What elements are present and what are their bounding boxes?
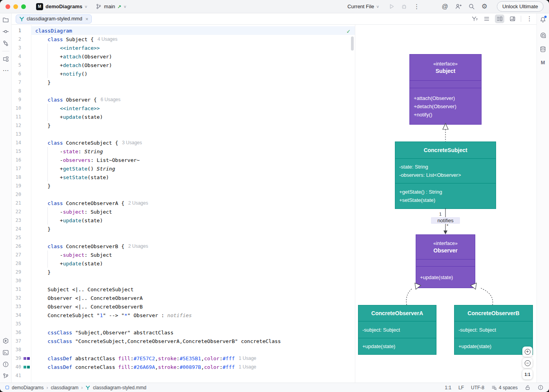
indent-widget[interactable]: 4 spaces bbox=[491, 385, 518, 390]
more-actions-button[interactable]: ⋮ bbox=[413, 4, 420, 10]
uml-class-Observer[interactable]: «interface»Observer+update(state) bbox=[416, 234, 475, 288]
usage-hint[interactable]: 3 Usages bbox=[122, 140, 142, 145]
code-line[interactable]: 41 bbox=[12, 371, 355, 380]
code-line[interactable]: 2 class Subject {4 Usages bbox=[12, 35, 355, 44]
code-line[interactable]: 18 +setState(state) bbox=[12, 173, 355, 181]
usage-hint[interactable]: 6 Usages bbox=[101, 97, 121, 102]
structure-icon[interactable] bbox=[2, 56, 9, 62]
code-line[interactable]: 3 <<interface>> bbox=[12, 44, 355, 52]
code-line[interactable]: 29 } bbox=[12, 268, 355, 276]
code-line[interactable]: 16 -observers: List~Observer~ bbox=[12, 156, 355, 164]
uml-class-ConcreteObserverB[interactable]: ConcreteObserverB-subject: Subject+updat… bbox=[454, 305, 533, 355]
usage-hint[interactable]: 1 Usage bbox=[239, 356, 256, 361]
uml-class-Subject[interactable]: «interface»Subject+attach(Observer)+deta… bbox=[409, 54, 482, 125]
code-line[interactable]: 6 +notify() bbox=[12, 69, 355, 78]
close-window-icon[interactable] bbox=[5, 4, 10, 9]
code-line[interactable]: 22 -subject: Subject bbox=[12, 207, 355, 216]
debug-button[interactable] bbox=[401, 3, 407, 10]
usage-hint[interactable]: 4 Usages bbox=[98, 36, 118, 42]
code-line[interactable]: 8 bbox=[12, 87, 355, 95]
diagram-preview[interactable]: «interface»Subject+attach(Observer)+deta… bbox=[355, 25, 536, 383]
usage-hint[interactable]: 2 Usages bbox=[128, 243, 148, 249]
uml-class-ConcreteObserverA[interactable]: ConcreteObserverA-subject: Subject+updat… bbox=[358, 305, 436, 355]
code-line[interactable]: 15 -state: String bbox=[12, 147, 355, 156]
code-line[interactable]: 36 cssClass "Subject,Observer" abstractC… bbox=[12, 328, 355, 337]
project-widget[interactable]: M demoDiagrams ˅ bbox=[36, 3, 87, 10]
uml-class-ConcreteSubject[interactable]: ConcreteSubject-state: String-observers:… bbox=[395, 142, 496, 209]
unlock-ultimate-button[interactable]: Unlock Ultimate bbox=[497, 1, 544, 12]
problems-icon[interactable] bbox=[2, 361, 9, 368]
color-swatch[interactable] bbox=[24, 366, 26, 368]
breadcrumb-folder[interactable]: classdiagram bbox=[51, 385, 78, 390]
code-line[interactable]: 37 cssClass "ConcreteSubject,ConcreteObs… bbox=[12, 337, 355, 345]
color-swatch[interactable] bbox=[27, 366, 30, 368]
more-tool-windows-icon[interactable]: ⋯ bbox=[3, 67, 9, 74]
file-encoding[interactable]: UTF-8 bbox=[471, 385, 484, 390]
code-line[interactable]: 25 bbox=[12, 233, 355, 242]
notifications-button[interactable] bbox=[540, 16, 546, 25]
caret-position[interactable]: 1:1 bbox=[445, 385, 451, 390]
maven-icon[interactable]: M bbox=[541, 60, 545, 65]
code-line[interactable]: 10 <<interface>> bbox=[12, 104, 355, 113]
code-line[interactable]: 13 bbox=[12, 130, 355, 138]
breadcrumb-project[interactable]: demoDiagrams bbox=[12, 385, 44, 390]
terminal-icon[interactable] bbox=[2, 349, 9, 356]
code-line[interactable]: 23 +update(state) bbox=[12, 216, 355, 225]
code-line[interactable]: 28 +update(state) bbox=[12, 259, 355, 268]
zoom-in-button[interactable]: + bbox=[522, 347, 533, 357]
zoom-reset-button[interactable]: 1:1 bbox=[522, 369, 533, 379]
preview-only-icon[interactable] bbox=[509, 16, 516, 22]
window-controls[interactable] bbox=[5, 4, 26, 9]
code-line[interactable]: 11 +update(state) bbox=[12, 113, 355, 121]
tab-close-icon[interactable]: × bbox=[85, 16, 89, 22]
git-graph-icon[interactable] bbox=[2, 40, 9, 47]
code-line[interactable]: 21 class ConcreteObserverA {2 Usages bbox=[12, 199, 355, 207]
code-line[interactable]: 19 } bbox=[12, 181, 355, 190]
code-line[interactable]: 26 class ConcreteObserverB {2 Usages bbox=[12, 242, 355, 250]
code-line[interactable]: 17 +getState() String bbox=[12, 164, 355, 173]
ai-assistant-button[interactable]: @ bbox=[442, 4, 448, 10]
version-control-icon[interactable] bbox=[2, 373, 9, 379]
code-line[interactable]: 9 class Observer {6 Usages bbox=[12, 95, 355, 104]
color-swatch[interactable] bbox=[27, 357, 30, 360]
breadcrumb-file[interactable]: classdiagram-styled.mmd bbox=[93, 385, 146, 390]
code-line[interactable]: 20 bbox=[12, 190, 355, 199]
code-line[interactable]: 32 Observer <|.. ConcreteObserverA bbox=[12, 294, 355, 302]
code-line[interactable]: 1classDiagram bbox=[12, 26, 355, 35]
editor-more-button[interactable]: ⋮ bbox=[526, 16, 533, 22]
code-line[interactable]: 14 class ConcreteSubject {3 Usages bbox=[12, 138, 355, 147]
usage-hint[interactable]: 1 Usage bbox=[239, 364, 256, 370]
split-view-button[interactable] bbox=[495, 15, 504, 23]
mermaid-help-icon[interactable] bbox=[471, 16, 478, 22]
code-line[interactable]: 7 } bbox=[12, 78, 355, 87]
run-button[interactable] bbox=[388, 3, 395, 10]
code-line[interactable]: 4 +attach(Observer) bbox=[12, 52, 355, 61]
code-line[interactable]: 35 bbox=[12, 319, 355, 328]
maximize-window-icon[interactable] bbox=[21, 4, 26, 9]
code-line[interactable]: 33 Observer <|.. ConcreteObserverB bbox=[12, 302, 355, 311]
editor-area[interactable]: 1classDiagram2 class Subject {4 Usages3 … bbox=[12, 25, 355, 383]
code-line[interactable]: 12 } bbox=[12, 121, 355, 130]
code-line[interactable]: 24 } bbox=[12, 225, 355, 233]
code-line[interactable]: 27 -subject: Subject bbox=[12, 250, 355, 259]
color-swatch[interactable] bbox=[24, 357, 26, 360]
code-with-me-button[interactable] bbox=[455, 3, 462, 10]
lock-open-icon[interactable] bbox=[525, 385, 531, 390]
code-line[interactable]: 30 bbox=[12, 276, 355, 285]
minimize-window-icon[interactable] bbox=[13, 4, 18, 9]
run-config-selector[interactable]: Current File ˅ bbox=[347, 4, 379, 9]
tab-classdiagram-styled[interactable]: classdiagram-styled.mmd × bbox=[16, 15, 92, 24]
settings-gear-button[interactable]: ⚙ bbox=[482, 3, 487, 10]
code-line[interactable]: 38 bbox=[12, 345, 355, 354]
inspections-ok-icon[interactable]: ✓ bbox=[347, 28, 350, 35]
editor-scrollbar[interactable] bbox=[351, 36, 354, 51]
database-icon[interactable] bbox=[540, 46, 546, 53]
code-line[interactable]: 31 Subject <|.. ConcreteSubject bbox=[12, 285, 355, 294]
commit-icon[interactable] bbox=[2, 28, 9, 35]
vcs-widget[interactable]: main ↗ ˅ bbox=[96, 4, 126, 9]
code-line[interactable]: 39 classDef abstractClass fill:#7E57C2,s… bbox=[12, 354, 355, 363]
services-icon[interactable] bbox=[2, 338, 9, 344]
project-folder-icon[interactable] bbox=[2, 16, 9, 23]
ai-chat-icon[interactable] bbox=[540, 32, 547, 39]
usage-hint[interactable]: 2 Usages bbox=[128, 200, 148, 206]
